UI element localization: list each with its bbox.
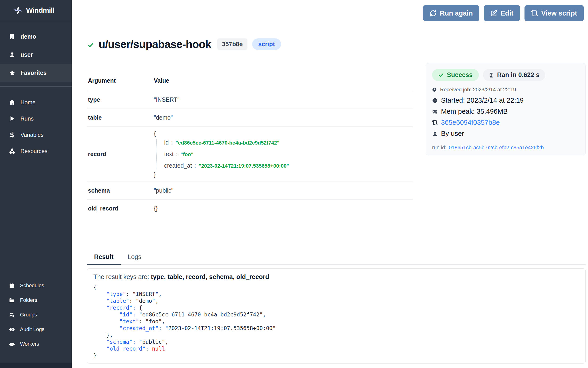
header-actions: Run again Edit View script bbox=[423, 5, 584, 21]
arg-value: {} bbox=[154, 205, 413, 212]
refresh-icon bbox=[430, 10, 437, 17]
result-panel: The result keys are: type, table, record… bbox=[87, 268, 586, 364]
groups-icon bbox=[9, 312, 15, 318]
script-hash-link[interactable]: 365e6094f0357b8e bbox=[441, 119, 500, 126]
result-keys-line: The result keys are: type, table, record… bbox=[93, 273, 579, 281]
code-line: }, bbox=[93, 332, 579, 339]
arguments-table: Argument Value type "INSERT" table "demo… bbox=[87, 71, 413, 217]
result-json-code[interactable]: { "type": "INSERT", "table": "demo", "re… bbox=[93, 284, 579, 359]
code-line: "table": "demo", bbox=[93, 298, 579, 304]
eye-icon bbox=[9, 327, 15, 332]
scroll-icon bbox=[531, 10, 538, 17]
tab-logs[interactable]: Logs bbox=[121, 250, 149, 264]
brand-name: Windmill bbox=[26, 6, 54, 14]
star-icon bbox=[9, 70, 15, 76]
arg-value: "INSERT" bbox=[154, 96, 413, 103]
record-entries: id : "ed86c5cc-6711-4670-bc4a-bd2c9d52f7… bbox=[156, 139, 413, 169]
script-type-badge: script bbox=[252, 38, 281, 50]
record-entry-text: text : "foo" bbox=[164, 151, 413, 157]
run-id-row: run id: 018651cb-ac5b-62cb-efb2-c85a1e42… bbox=[432, 145, 579, 151]
code-line: "created_at": "2023-02-14T21:19:07.53565… bbox=[93, 325, 579, 332]
run-id-label: run id: bbox=[432, 145, 447, 151]
robot-icon bbox=[9, 341, 15, 347]
arg-value: "public" bbox=[154, 187, 413, 194]
clock-icon bbox=[432, 98, 438, 103]
open-brace: { bbox=[154, 130, 413, 137]
sidebar-item-demo[interactable]: demo bbox=[0, 28, 72, 46]
triggered-by-row: By user bbox=[432, 130, 579, 138]
dollar-icon bbox=[9, 132, 15, 138]
home-icon bbox=[9, 99, 15, 105]
sidebar-admin-group: Schedules Folders Groups Audit Logs bbox=[0, 278, 72, 351]
status-badge: Success bbox=[432, 69, 479, 81]
table-row-old-record: old_record {} bbox=[87, 200, 413, 217]
code-line: } bbox=[93, 352, 579, 359]
sidebar-item-home[interactable]: Home bbox=[0, 94, 72, 110]
code-line: { bbox=[93, 284, 579, 291]
table-row-table: table "demo" bbox=[87, 109, 413, 127]
sidebar-item-audit-logs[interactable]: Audit Logs bbox=[0, 322, 72, 337]
clock-icon bbox=[432, 87, 437, 92]
scroll-icon bbox=[432, 120, 438, 126]
argument-column-header: Argument bbox=[87, 77, 154, 84]
success-check-icon bbox=[88, 42, 94, 48]
status-badges: Success Ran in 0.622 s bbox=[432, 69, 579, 81]
tab-result[interactable]: Result bbox=[87, 250, 121, 265]
hourglass-icon bbox=[489, 72, 494, 78]
close-brace: } bbox=[154, 171, 413, 178]
edit-label: Edit bbox=[500, 9, 513, 17]
code-line: "text": "foo", bbox=[93, 318, 579, 325]
arg-name: record bbox=[87, 151, 154, 157]
sidebar-footer-bar bbox=[0, 363, 72, 368]
arg-value: "demo" bbox=[154, 114, 413, 121]
arg-name: old_record bbox=[87, 205, 154, 212]
sidebar-item-runs[interactable]: Runs bbox=[0, 110, 72, 127]
run-again-button[interactable]: Run again bbox=[423, 5, 479, 21]
arg-name: type bbox=[87, 96, 154, 103]
started-row: Started: 2023/2/14 at 22:19 bbox=[432, 97, 579, 104]
code-line: "id": "ed86c5cc-6711-4670-bc4a-bd2c9d52f… bbox=[93, 311, 579, 318]
edit-icon bbox=[490, 10, 497, 17]
run-again-label: Run again bbox=[440, 9, 473, 17]
value-column-header: Value bbox=[154, 77, 169, 84]
table-row-schema: schema "public" bbox=[87, 182, 413, 200]
code-line: "schema": "public", bbox=[93, 339, 579, 345]
sidebar-item-folders[interactable]: Folders bbox=[0, 293, 72, 307]
table-row-type: type "INSERT" bbox=[87, 91, 413, 109]
user-icon bbox=[9, 52, 15, 58]
play-icon bbox=[9, 115, 15, 122]
memory-icon bbox=[432, 109, 438, 114]
arg-value: { id : "ed86c5cc-6711-4670-bc4a-bd2c9d52… bbox=[154, 130, 413, 178]
record-json-viewer[interactable]: { id : "ed86c5cc-6711-4670-bc4a-bd2c9d52… bbox=[154, 130, 413, 178]
table-row-record: record { id : "ed86c5cc-6711-4670-bc4a-b… bbox=[87, 127, 413, 182]
view-script-button[interactable]: View script bbox=[525, 5, 584, 21]
code-line: "old_record": null bbox=[93, 345, 579, 352]
run-id-link[interactable]: 018651cb-ac5b-62cb-efb2-c85a1e426f2b bbox=[449, 145, 544, 151]
sidebar-workspace-group: demo user Favorites bbox=[0, 28, 72, 82]
sidebar-item-favorites[interactable]: Favorites bbox=[0, 64, 72, 82]
edit-button[interactable]: Edit bbox=[484, 5, 520, 21]
sidebar-item-resources[interactable]: Resources bbox=[0, 143, 72, 159]
cubes-icon bbox=[9, 148, 15, 154]
arguments-table-header: Argument Value bbox=[87, 71, 413, 91]
sidebar-item-schedules[interactable]: Schedules bbox=[0, 278, 72, 293]
result-tabs: Result Logs bbox=[87, 250, 586, 265]
sidebar-item-workers[interactable]: Workers bbox=[0, 337, 72, 351]
sidebar: Windmill demo user Favorites bbox=[0, 0, 72, 368]
mem-peak-row: Mem peak: 35.496MB bbox=[432, 108, 579, 115]
received-job-row: Received job: 2023/2/14 at 22:19 bbox=[432, 87, 579, 93]
check-icon bbox=[438, 72, 444, 78]
app-screen: Windmill demo user Favorites bbox=[0, 0, 588, 368]
arg-name: schema bbox=[87, 187, 154, 194]
script-hash-row: 365e6094f0357b8e bbox=[432, 119, 579, 126]
sidebar-item-variables[interactable]: Variables bbox=[0, 127, 72, 143]
code-line: "type": "INSERT", bbox=[93, 291, 579, 298]
sidebar-item-user[interactable]: user bbox=[0, 46, 72, 64]
brand[interactable]: Windmill bbox=[0, 0, 72, 21]
record-entry-id: id : "ed86c5cc-6711-4670-bc4a-bd2c9d52f7… bbox=[164, 139, 413, 146]
folder-icon bbox=[9, 297, 15, 303]
arg-name: table bbox=[87, 114, 154, 121]
title-row: u/user/supabase-hook 357b8e script bbox=[88, 38, 281, 51]
record-entry-created-at: created_at : "2023-02-14T21:19:07.535658… bbox=[164, 162, 413, 169]
sidebar-item-groups[interactable]: Groups bbox=[0, 307, 72, 322]
